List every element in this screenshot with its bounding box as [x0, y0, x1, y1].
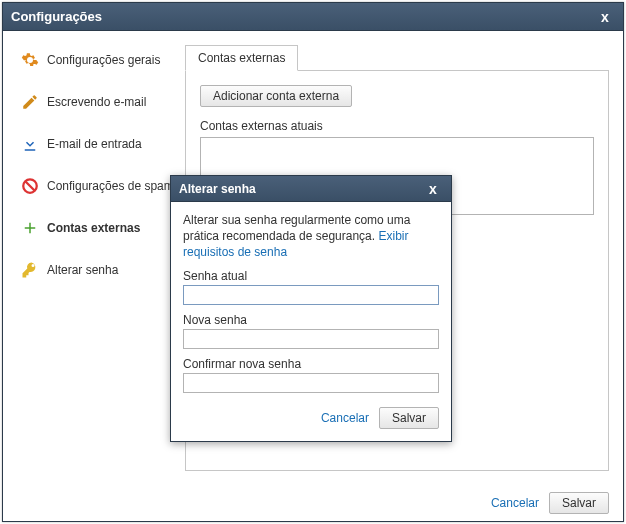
- sidebar-item-general[interactable]: Configurações gerais: [17, 45, 185, 75]
- window-titlebar: Configurações x: [3, 3, 623, 31]
- tabstrip: Contas externas: [185, 45, 609, 71]
- current-accounts-label: Contas externas atuais: [200, 119, 594, 133]
- key-icon: [21, 261, 39, 279]
- plus-icon: [21, 219, 39, 237]
- sidebar-item-label: E-mail de entrada: [47, 137, 142, 151]
- svg-line-1: [26, 182, 35, 191]
- gear-icon: [21, 51, 39, 69]
- dialog-body: Alterar sua senha regularmente como uma …: [171, 202, 451, 397]
- current-password-label: Senha atual: [183, 269, 439, 283]
- sidebar-item-external[interactable]: Contas externas: [17, 213, 185, 243]
- window-title: Configurações: [11, 9, 595, 24]
- confirm-password-label: Confirmar nova senha: [183, 357, 439, 371]
- sidebar-item-label: Configurações de spam: [47, 179, 174, 193]
- sidebar-item-incoming[interactable]: E-mail de entrada: [17, 129, 185, 159]
- save-button[interactable]: Salvar: [549, 492, 609, 514]
- dialog-close-button[interactable]: x: [423, 181, 443, 197]
- sidebar-item-spam[interactable]: Configurações de spam: [17, 171, 185, 201]
- sidebar: Configurações gerais Escrevendo e-mail E…: [17, 45, 185, 485]
- window-close-button[interactable]: x: [595, 9, 615, 25]
- dialog-titlebar: Alterar senha x: [171, 176, 451, 202]
- new-password-input[interactable]: [183, 329, 439, 349]
- sidebar-item-label: Escrevendo e-mail: [47, 95, 146, 109]
- new-password-label: Nova senha: [183, 313, 439, 327]
- tab-external-accounts[interactable]: Contas externas: [185, 45, 298, 71]
- pencil-icon: [21, 93, 39, 111]
- dialog-description-text: Alterar sua senha regularmente como uma …: [183, 213, 410, 243]
- settings-window: Configurações x Configurações gerais Esc…: [2, 2, 624, 522]
- change-password-dialog: Alterar senha x Alterar sua senha regula…: [170, 175, 452, 442]
- block-icon: [21, 177, 39, 195]
- dialog-title: Alterar senha: [179, 182, 423, 196]
- window-footer: Cancelar Salvar: [3, 485, 623, 521]
- current-password-input[interactable]: [183, 285, 439, 305]
- dialog-footer: Cancelar Salvar: [171, 397, 451, 441]
- add-external-account-button[interactable]: Adicionar conta externa: [200, 85, 352, 107]
- cancel-link[interactable]: Cancelar: [491, 496, 539, 510]
- sidebar-item-label: Configurações gerais: [47, 53, 160, 67]
- dialog-description: Alterar sua senha regularmente como uma …: [183, 212, 439, 261]
- sidebar-item-password[interactable]: Alterar senha: [17, 255, 185, 285]
- confirm-password-input[interactable]: [183, 373, 439, 393]
- sidebar-item-label: Contas externas: [47, 221, 140, 235]
- download-icon: [21, 135, 39, 153]
- dialog-save-button[interactable]: Salvar: [379, 407, 439, 429]
- dialog-cancel-link[interactable]: Cancelar: [321, 411, 369, 425]
- sidebar-item-label: Alterar senha: [47, 263, 118, 277]
- sidebar-item-compose[interactable]: Escrevendo e-mail: [17, 87, 185, 117]
